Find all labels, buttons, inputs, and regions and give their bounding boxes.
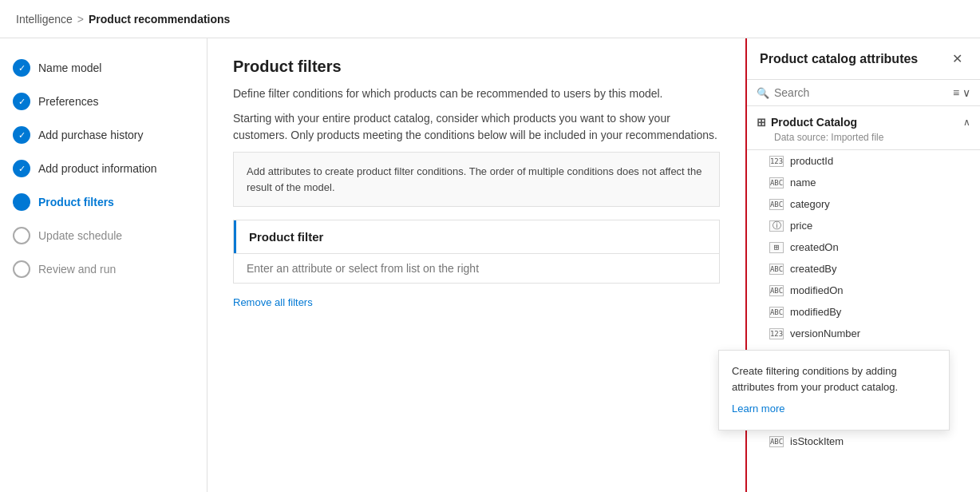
attr-name-productId: productId bbox=[790, 155, 833, 167]
learn-more-link[interactable]: Learn more bbox=[732, 401, 745, 417]
attr-name-category: category bbox=[790, 198, 830, 210]
sidebar-item-name-model[interactable]: ✓ Name model bbox=[0, 51, 207, 85]
attr-name-isStockItem: isStockItem bbox=[790, 435, 844, 447]
attr-name-versionNumber: versionNumber bbox=[790, 327, 860, 339]
catalog-subtitle: Data source: Imported file bbox=[757, 132, 970, 143]
filter-sort-icon[interactable]: ≡ ∨ bbox=[953, 86, 970, 99]
attr-type-icon-name: ABC bbox=[769, 177, 784, 188]
step-icon-preferences: ✓ bbox=[13, 93, 30, 110]
content-desc1: Define filter conditions for which produ… bbox=[233, 85, 720, 102]
tooltip-popup: Create filtering conditions by adding at… bbox=[718, 350, 745, 430]
step-icon-add-purchase-history: ✓ bbox=[13, 126, 30, 144]
sidebar-label-update-schedule: Update schedule bbox=[38, 229, 122, 242]
step-icon-add-product-information: ✓ bbox=[13, 160, 30, 177]
sidebar-item-add-product-information[interactable]: ✓ Add product information bbox=[0, 152, 207, 185]
top-bar: Intelligence > Product recommendations bbox=[0, 0, 980, 38]
attr-type-icon-category: ABC bbox=[769, 199, 784, 210]
sidebar-label-preferences: Preferences bbox=[38, 95, 98, 108]
attr-name-name: name bbox=[790, 177, 816, 188]
right-panel-title: Product catalog attributes bbox=[760, 52, 918, 66]
filter-box: Product filter bbox=[233, 220, 720, 284]
attr-type-icon-versionNumber: 123 bbox=[769, 328, 784, 339]
catalog-title-row: ⊞ Product Catalog bbox=[757, 116, 857, 129]
search-input[interactable] bbox=[774, 86, 948, 99]
chevron-up-icon[interactable]: ∧ bbox=[963, 117, 970, 128]
attr-type-icon-isStockItem: ABC bbox=[769, 436, 784, 447]
close-panel-button[interactable]: ✕ bbox=[947, 50, 967, 68]
sidebar-item-update-schedule[interactable]: Update schedule bbox=[0, 219, 207, 252]
sidebar: ✓ Name model ✓ Preferences ✓ Add purchas… bbox=[0, 38, 207, 492]
sidebar-label-add-product-information: Add product information bbox=[38, 162, 157, 175]
attr-item-price[interactable]: ⓘ price bbox=[747, 215, 980, 236]
filter-box-header: Product filter bbox=[234, 220, 719, 253]
breadcrumb-current: Product recommendations bbox=[89, 13, 230, 26]
filter-attribute-input[interactable] bbox=[247, 262, 706, 275]
catalog-name: Product Catalog bbox=[771, 116, 857, 129]
attr-type-icon-createdOn: ⊞ bbox=[769, 242, 784, 253]
attr-name-price: price bbox=[790, 220, 812, 232]
attr-item-createdOn[interactable]: ⊞ createdOn bbox=[747, 236, 980, 258]
breadcrumb-parent: Intelligence bbox=[16, 13, 73, 26]
attr-type-icon-createdBy: ABC bbox=[769, 264, 784, 275]
step-icon-update-schedule bbox=[13, 227, 30, 244]
attr-item-isStockItem[interactable]: ABC isStockItem bbox=[747, 430, 980, 452]
step-icon-product-filters bbox=[13, 193, 30, 211]
attr-item-modifiedOn[interactable]: ABC modifiedOn bbox=[747, 280, 980, 301]
sidebar-item-add-purchase-history[interactable]: ✓ Add purchase history bbox=[0, 118, 207, 152]
info-box-text: Add attributes to create product filter … bbox=[247, 165, 701, 193]
search-icon: 🔍 bbox=[757, 87, 769, 99]
attr-name-createdOn: createdOn bbox=[790, 241, 839, 253]
tooltip-text: Create filtering conditions by adding at… bbox=[732, 365, 745, 393]
attr-item-name[interactable]: ABC name bbox=[747, 172, 980, 193]
sidebar-label-review-and-run: Review and run bbox=[38, 263, 116, 276]
page-title: Product filters bbox=[233, 58, 720, 76]
attr-name-modifiedOn: modifiedOn bbox=[790, 284, 843, 296]
sidebar-label-name-model: Name model bbox=[38, 62, 101, 74]
content-wrapper: Product filters Define filter conditions… bbox=[207, 38, 980, 492]
attr-type-icon-price: ⓘ bbox=[769, 220, 784, 232]
filter-input-row bbox=[234, 253, 719, 283]
table-grid-icon: ⊞ bbox=[757, 116, 766, 129]
attr-type-icon-modifiedBy: ABC bbox=[769, 307, 784, 318]
sidebar-label-product-filters: Product filters bbox=[38, 196, 114, 208]
attr-type-icon-productId: 123 bbox=[769, 156, 784, 167]
attribute-list: 123 productId ABC name ABC category ⓘ pr… bbox=[747, 150, 980, 492]
sidebar-label-add-purchase-history: Add purchase history bbox=[38, 129, 144, 141]
search-bar: 🔍 ≡ ∨ bbox=[747, 80, 980, 106]
attr-item-createdBy[interactable]: ABC createdBy bbox=[747, 258, 980, 280]
attr-item-category[interactable]: ABC category bbox=[747, 193, 980, 215]
attr-name-modifiedBy: modifiedBy bbox=[790, 306, 841, 318]
content-desc2: Starting with your entire product catalo… bbox=[233, 110, 720, 144]
step-icon-review-and-run bbox=[13, 260, 30, 278]
right-panel-header: Product catalog attributes ✕ bbox=[747, 38, 980, 80]
content-area: Product filters Define filter conditions… bbox=[207, 38, 745, 492]
sidebar-item-product-filters[interactable]: Product filters bbox=[0, 185, 207, 219]
catalog-header[interactable]: ⊞ Product Catalog ∧ bbox=[757, 113, 970, 132]
main-layout: ✓ Name model ✓ Preferences ✓ Add purchas… bbox=[0, 38, 980, 492]
attr-item-modifiedBy[interactable]: ABC modifiedBy bbox=[747, 301, 980, 323]
attr-item-productId[interactable]: 123 productId bbox=[747, 150, 980, 172]
sidebar-item-preferences[interactable]: ✓ Preferences bbox=[0, 85, 207, 118]
attr-name-createdBy: createdBy bbox=[790, 263, 837, 275]
remove-all-filters-link[interactable]: Remove all filters bbox=[233, 296, 313, 308]
attr-item-versionNumber[interactable]: 123 versionNumber bbox=[747, 323, 980, 344]
step-icon-name-model: ✓ bbox=[13, 59, 30, 77]
breadcrumb-sep: > bbox=[77, 13, 84, 26]
info-box: Add attributes to create product filter … bbox=[233, 152, 720, 207]
attr-type-icon-modifiedOn: ABC bbox=[769, 285, 784, 296]
sidebar-item-review-and-run[interactable]: Review and run bbox=[0, 252, 207, 286]
catalog-section: ⊞ Product Catalog ∧ Data source: Importe… bbox=[747, 106, 980, 150]
